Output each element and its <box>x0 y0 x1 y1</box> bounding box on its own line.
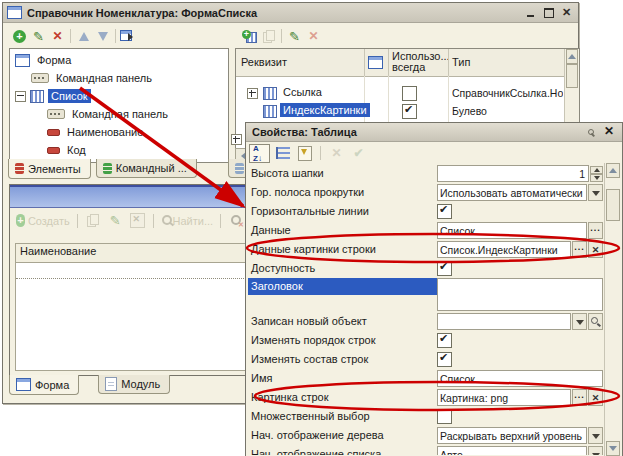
expander-icon[interactable] <box>247 88 258 99</box>
filter-button[interactable] <box>295 145 314 162</box>
tab-elementy[interactable]: Элементы <box>8 159 91 179</box>
prop-row-nach-otobrazhenie-spiska[interactable]: Нач. отображение спискаАвто <box>248 445 604 455</box>
discard-button[interactable] <box>327 145 346 162</box>
categories-button[interactable] <box>273 145 292 162</box>
property-value <box>437 352 603 367</box>
zapisan-novyj-obekt-dropdown-icon[interactable] <box>572 313 587 330</box>
edit-attribute-button[interactable] <box>285 28 304 45</box>
scroll-up-icon[interactable] <box>606 163 620 178</box>
gorizontalnye-linii-checkbox[interactable] <box>437 204 452 219</box>
tree-item-naimenovanie[interactable]: Наименование <box>10 123 228 141</box>
tree-item-spisok-komandnaya-panel[interactable]: Командная панель <box>10 105 228 123</box>
prop-row-izmenyat-poryadok-strok[interactable]: Изменять порядок строк <box>248 331 604 350</box>
add-attribute-button[interactable] <box>240 28 259 45</box>
delete-attribute-button[interactable] <box>304 28 323 45</box>
prop-row-gor-polosa-prokrutki[interactable]: Гор. полоса прокруткиИспользовать автома… <box>248 183 604 202</box>
find-button[interactable]: Найти... <box>160 212 215 229</box>
gor-polosa-prokrutki-dropdown-icon[interactable] <box>588 184 603 201</box>
move-down-button[interactable] <box>93 28 112 45</box>
edit-element-button[interactable] <box>29 28 48 45</box>
tab-forma[interactable]: Форма <box>9 375 79 395</box>
kartinka-strok-ellipsis-button[interactable] <box>572 389 587 406</box>
nach-otobrazhenie-dereva-value[interactable]: Раскрывать верхний уровень <box>437 427 587 444</box>
maximize-icon[interactable] <box>543 7 556 19</box>
prop-row-vysota-shapki[interactable]: Высота шапки1 <box>248 164 604 183</box>
filter-clear-button[interactable] <box>227 212 246 229</box>
prop-row-dannye[interactable]: ДанныеСписок <box>248 221 604 240</box>
copy-button[interactable] <box>84 212 103 229</box>
prop-row-zagolovok[interactable]: Заголовок <box>248 278 604 312</box>
properties-scrollbar[interactable] <box>604 163 621 456</box>
close-icon[interactable] <box>561 7 574 19</box>
delete-element-button[interactable] <box>48 28 67 45</box>
expander-icon[interactable] <box>15 91 26 102</box>
prop-row-zapisan-novyj-obekt[interactable]: Записан новый объект <box>248 312 604 331</box>
sort-az-button[interactable] <box>249 144 270 163</box>
edit-button[interactable] <box>106 212 125 229</box>
tab-komandnyj[interactable]: Командный ... <box>96 159 197 178</box>
pin-icon[interactable] <box>588 129 595 136</box>
dannye-ellipsis-button[interactable] <box>588 222 603 239</box>
create-button[interactable]: Создать <box>15 212 71 229</box>
tree-item-spisok[interactable]: Список <box>10 87 228 105</box>
property-label: Данные <box>248 222 437 239</box>
dannye-kartinki-stroki-value[interactable]: Список.ИндексКартинки <box>437 241 571 258</box>
zagolovok-value[interactable] <box>437 278 603 311</box>
minimize-icon[interactable] <box>525 7 538 19</box>
dannye-kartinki-stroki-ellipsis-button[interactable] <box>572 241 587 258</box>
apply-button[interactable] <box>349 145 368 162</box>
scrollbar-thumb[interactable] <box>606 189 620 221</box>
vysota-shapki-spin-down-icon[interactable] <box>590 174 603 182</box>
attr-row-ssylka[interactable]: СсылкаСправочникСсылка.Ном <box>236 84 565 102</box>
scrollbar-thumb[interactable] <box>566 64 578 88</box>
move-up-button[interactable] <box>74 28 93 45</box>
dostupnost-checkbox[interactable] <box>437 261 452 276</box>
prop-row-imya[interactable]: ИмяСписок <box>248 369 604 388</box>
tree-item-kod[interactable]: Код <box>10 141 228 159</box>
vysota-shapki-value[interactable]: 1 <box>437 165 589 182</box>
tree-item-forma[interactable]: Форма <box>10 51 228 69</box>
add-element-button[interactable] <box>10 28 29 45</box>
use-always-checkbox[interactable] <box>402 86 417 101</box>
kartinka-strok-clear-button[interactable] <box>588 389 603 406</box>
nach-otobrazhenie-spiska-dropdown-icon[interactable] <box>588 446 603 455</box>
prop-row-izmenyat-sostav-strok[interactable]: Изменять состав строк <box>248 350 604 369</box>
izmenyat-sostav-strok-checkbox[interactable] <box>437 352 452 367</box>
nach-otobrazhenie-spiska-value[interactable]: Авто <box>437 446 587 455</box>
prop-row-dannye-kartinki-stroki[interactable]: Данные картинки строкиСписок.ИндексКарти… <box>248 240 604 259</box>
tab-modul[interactable]: Модуль <box>98 375 170 394</box>
use-always-checkbox[interactable] <box>402 104 417 119</box>
zapisan-novyj-obekt-value[interactable] <box>437 313 571 330</box>
mnozhestvennyj-vybor-checkbox[interactable] <box>437 409 452 424</box>
dannye-value[interactable]: Список <box>437 222 587 239</box>
prop-row-nach-otobrazhenie-dereva[interactable]: Нач. отображение дереваРаскрывать верхни… <box>248 426 604 445</box>
zapisan-novyj-obekt-select-button[interactable] <box>588 313 603 330</box>
close-icon[interactable] <box>602 126 616 139</box>
copy-attribute-button[interactable] <box>259 28 278 45</box>
form-layout-button[interactable] <box>119 28 138 45</box>
scroll-up-icon[interactable] <box>566 49 578 64</box>
form-preview-list[interactable]: Наименование <box>15 243 252 371</box>
gor-polosa-prokrutki-value[interactable]: Использовать автоматически <box>437 184 587 201</box>
column-header-type: Тип <box>452 56 470 68</box>
vysota-shapki-spin-up-icon[interactable] <box>590 166 603 174</box>
window-titlebar[interactable]: Справочник Номенклатура: ФормаСписка <box>3 3 578 23</box>
find-label: Найти... <box>173 215 214 227</box>
prop-row-dostupnost[interactable]: Доступность <box>248 259 604 278</box>
izmenyat-poryadok-strok-checkbox[interactable] <box>437 333 452 348</box>
imya-value[interactable]: Список <box>437 370 603 387</box>
prop-row-gorizontalnye-linii[interactable]: Горизонтальные линии <box>248 202 604 221</box>
struct-icon <box>276 147 290 159</box>
elements-tree: ФормаКомандная панельСписокКомандная пан… <box>9 48 229 163</box>
prop-row-mnozhestvennyj-vybor[interactable]: Множественный выбор <box>248 407 604 426</box>
properties-titlebar[interactable]: Свойства: Таблица <box>246 123 622 142</box>
delete-button[interactable] <box>128 212 147 229</box>
dannye-kartinki-stroki-clear-button[interactable] <box>588 241 603 258</box>
kartinka-strok-value[interactable]: Картинка: png <box>437 389 571 406</box>
tree-item-komandnaya-panel[interactable]: Командная панель <box>10 69 228 87</box>
partial-expander-icon[interactable] <box>231 134 242 145</box>
scroll-down-icon[interactable] <box>606 441 620 456</box>
attr-row-indekskartinki[interactable]: ИндексКартинкиБулево <box>236 102 565 120</box>
prop-row-kartinka-strok[interactable]: Картинка строкКартинка: png <box>248 388 604 407</box>
nach-otobrazhenie-dereva-dropdown-icon[interactable] <box>588 427 603 444</box>
